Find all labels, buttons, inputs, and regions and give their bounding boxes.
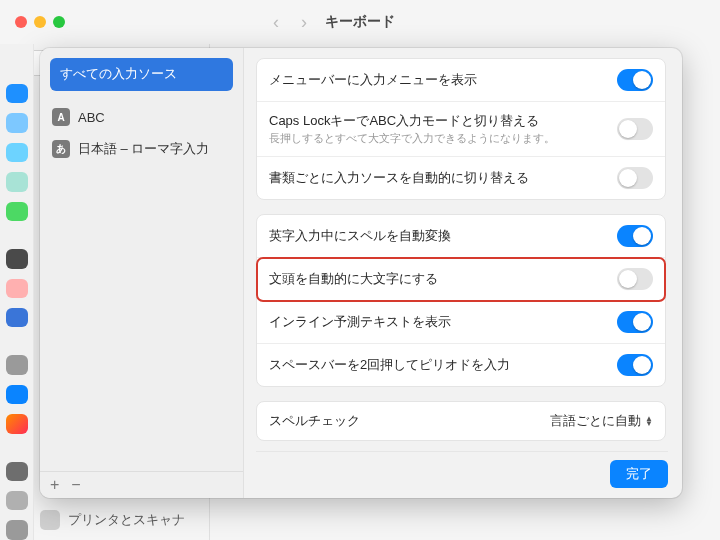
titlebar: ‹ › キーボード [0,0,720,44]
source-item[interactable]: AABC [50,105,233,129]
prefs-icon-strip [0,44,34,540]
pref-icon[interactable] [6,172,28,191]
settings-group: メニューバーに入力メニューを表示Caps LockキーでABC入力モードと切り替… [256,58,666,200]
toggle-switch[interactable] [617,225,653,247]
settings-row: 英字入力中にスペルを自動変換 [257,215,665,258]
sources-list: AABCあ日本語 – ローマ字入力 [40,99,243,167]
row-main: スペースバーを2回押してピリオドを入力 [269,356,609,374]
back-button[interactable]: ‹ [265,12,287,33]
settings-scroll[interactable]: メニューバーに入力メニューを表示Caps LockキーでABC入力モードと切り替… [256,58,668,449]
pref-icon[interactable] [6,520,28,539]
pref-icon[interactable] [6,279,28,298]
settings-group: 英字入力中にスペルを自動変換文頭を自動的に大文字にするインライン予測テキストを表… [256,214,666,387]
settings-row: メニューバーに入力メニューを表示 [257,59,665,102]
toggle-switch[interactable] [617,268,653,290]
settings-pane: メニューバーに入力メニューを表示Caps LockキーでABC入力モードと切り替… [244,48,682,498]
source-badge-icon: あ [52,140,70,158]
pref-icon[interactable] [6,414,28,433]
row-main: 英字入力中にスペルを自動変換 [269,227,609,245]
done-button[interactable]: 完了 [610,460,668,488]
row-label: 書類ごとに入力ソースを自動的に切り替える [269,169,609,187]
pref-icon[interactable] [6,202,28,221]
window-controls [15,16,65,28]
input-sources-sheet: すべての入力ソース AABCあ日本語 – ローマ字入力 + − メニューバーに入… [40,48,682,498]
row-label: スペルチェック [269,412,542,430]
pref-icon[interactable] [6,462,28,481]
sources-header[interactable]: すべての入力ソース [50,58,233,91]
printer-icon [40,510,60,530]
row-main: メニューバーに入力メニューを表示 [269,71,609,89]
source-label: ABC [78,110,105,125]
pref-icon[interactable] [6,385,28,404]
sheet-footer: 完了 [256,451,668,488]
row-main: Caps LockキーでABC入力モードと切り替える長押しするとすべて大文字で入… [269,112,609,146]
row-label: メニューバーに入力メニューを表示 [269,71,609,89]
sources-sidebar: すべての入力ソース AABCあ日本語 – ローマ字入力 + − [40,48,244,498]
settings-row: 書類ごとに入力ソースを自動的に切り替える [257,157,665,199]
pref-icon[interactable] [6,355,28,374]
add-source-button[interactable]: + [50,476,59,494]
source-badge-icon: A [52,108,70,126]
row-sublabel: 長押しするとすべて大文字で入力できるようになります。 [269,132,609,146]
settings-row: Caps LockキーでABC入力モードと切り替える長押しするとすべて大文字で入… [257,102,665,157]
settings-row: スペルチェック言語ごとに自動▲▼ [257,402,665,440]
page-title: キーボード [325,13,395,31]
pref-icon[interactable] [6,84,28,103]
toggle-switch[interactable] [617,167,653,189]
pref-icon[interactable] [6,308,28,327]
settings-row: インライン予測テキストを表示 [257,301,665,344]
remove-source-button[interactable]: − [71,476,80,494]
pref-icon[interactable] [6,249,28,268]
row-main: インライン予測テキストを表示 [269,313,609,331]
row-label: 文頭を自動的に大文字にする [269,270,609,288]
toggle-switch[interactable] [617,118,653,140]
settings-row: 文頭を自動的に大文字にする [257,258,665,301]
minimize-icon[interactable] [34,16,46,28]
maximize-icon[interactable] [53,16,65,28]
pref-icon[interactable] [6,113,28,132]
select-value: 言語ごとに自動 [550,412,641,430]
select-control[interactable]: 言語ごとに自動▲▼ [550,412,653,430]
row-main: 書類ごとに入力ソースを自動的に切り替える [269,169,609,187]
stepper-icon: ▲▼ [645,416,653,426]
pref-icon[interactable] [6,143,28,162]
sidebar-item-label: プリンタとスキャナ [68,511,185,529]
source-label: 日本語 – ローマ字入力 [78,140,209,158]
row-main: 文頭を自動的に大文字にする [269,270,609,288]
settings-row: スペースバーを2回押してピリオドを入力 [257,344,665,386]
sidebar-item-printers[interactable]: プリンタとスキャナ [40,510,185,530]
toggle-switch[interactable] [617,69,653,91]
settings-group: スペルチェック言語ごとに自動▲▼ [256,401,666,441]
row-main: スペルチェック [269,412,542,430]
sources-footer: + − [40,471,243,498]
toggle-switch[interactable] [617,354,653,376]
row-label: スペースバーを2回押してピリオドを入力 [269,356,609,374]
pref-icon[interactable] [6,491,28,510]
row-label: Caps LockキーでABC入力モードと切り替える [269,112,609,130]
row-label: インライン予測テキストを表示 [269,313,609,331]
toggle-switch[interactable] [617,311,653,333]
row-label: 英字入力中にスペルを自動変換 [269,227,609,245]
nav-controls: ‹ › キーボード [265,12,395,33]
close-icon[interactable] [15,16,27,28]
forward-button[interactable]: › [293,12,315,33]
source-item[interactable]: あ日本語 – ローマ字入力 [50,137,233,161]
